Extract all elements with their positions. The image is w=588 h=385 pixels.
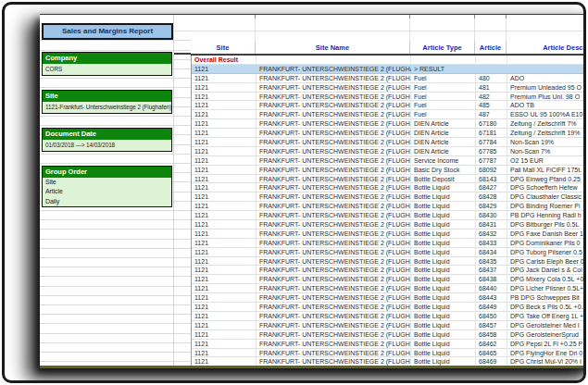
table-row[interactable]: 1121FRANKFURT- UNTERSCHWEINSTIEGE 2 (FLU… bbox=[192, 119, 586, 129]
table-row[interactable]: 1121FRANKFURT- UNTERSCHWEINSTIEGE 2 (FLU… bbox=[192, 101, 586, 110]
cell-article-type: Bottle Liquid bbox=[411, 284, 476, 293]
table-row[interactable]: 1121FRANKFURT- UNTERSCHWEINSTIEGE 2 (FLU… bbox=[192, 340, 586, 349]
cell-article-description: DPG Einweg Pfand 0.25 bbox=[507, 175, 586, 184]
group-order-value-article[interactable]: Article bbox=[43, 187, 171, 196]
cell-site-name: FRANKFURT- UNTERSCHWEINSTIEGE 2 (FLUGHAF… bbox=[256, 93, 411, 102]
cell-site: 1121 bbox=[192, 340, 256, 349]
cell-site-name: FRANKFURT- UNTERSCHWEINSTIEGE 2 (FLUGHAF… bbox=[256, 74, 411, 83]
cell-article: 68465 bbox=[476, 349, 507, 358]
table-row[interactable]: 1121FRANKFURT- UNTERSCHWEINSTIEGE 2 (FLU… bbox=[192, 93, 586, 102]
table-row[interactable]: 1121FRANKFURT- UNTERSCHWEINSTIEGE 2 (FLU… bbox=[192, 284, 586, 293]
cell-article-description: Non-Scan 7% bbox=[507, 147, 586, 156]
table-row[interactable]: 1121FRANKFURT- UNTERSCHWEINSTIEGE 2 (FLU… bbox=[192, 138, 586, 147]
cell-article-type: Bottle Liquid bbox=[411, 303, 476, 312]
table-row[interactable]: 1121FRANKFURT- UNTERSCHWEINSTIEGE 2 (FLU… bbox=[192, 321, 586, 330]
cell-article-type: Bottle Liquid bbox=[411, 239, 476, 248]
table-row[interactable]: 1121FRANKFURT- UNTERSCHWEINSTIEGE 2 (FLU… bbox=[192, 74, 586, 83]
cell-site: 1121 bbox=[192, 275, 256, 284]
table-row[interactable]: 1121FRANKFURT- UNTERSCHWEINSTIEGE 2 (FLU… bbox=[192, 303, 586, 312]
company-value[interactable]: CORS bbox=[43, 64, 171, 75]
cell-site-name: FRANKFURT- UNTERSCHWEINSTIEGE 2 (FLUGHAF… bbox=[256, 257, 411, 267]
table-row[interactable]: 1121FRANKFURT- UNTERSCHWEINSTIEGE 2 (FLU… bbox=[192, 266, 586, 275]
cell-site-name: FRANKFURT- UNTERSCHWEINSTIEGE 2 (FLUGHAF… bbox=[256, 166, 411, 175]
table-row[interactable]: 1121FRANKFURT- UNTERSCHWEINSTIEGE 2 (FLU… bbox=[192, 166, 586, 175]
site-value[interactable]: 1121-Frankfurt- Unterschweinstiege 2 (Fl… bbox=[43, 102, 171, 113]
column-header-site[interactable]: Site bbox=[191, 42, 256, 54]
cell-article: 68458 bbox=[476, 330, 507, 340]
table-row[interactable]: 1121FRANKFURT- UNTERSCHWEINSTIEGE 2 (FLU… bbox=[192, 110, 586, 119]
cell-site-name: FRANKFURT- UNTERSCHWEINSTIEGE 2 (FLUGHAF… bbox=[256, 110, 411, 119]
company-label: Company bbox=[43, 53, 171, 64]
group-order-value-site[interactable]: Site bbox=[43, 178, 171, 187]
cell-article-type: Fuel bbox=[411, 101, 476, 110]
cell-article-description: ESSO UL 95 100%A E10 I bbox=[507, 110, 586, 119]
cell-article-type: DIEN Article bbox=[411, 119, 476, 129]
cell-article: 68438 bbox=[476, 275, 507, 284]
table-row[interactable]: 1121FRANKFURT- UNTERSCHWEINSTIEGE 2 (FLU… bbox=[192, 192, 586, 202]
table-row[interactable]: 1121FRANKFURT- UNTERSCHWEINSTIEGE 2 (FLU… bbox=[192, 330, 586, 340]
overall-row[interactable]: Overall Result bbox=[192, 56, 586, 65]
cell-site-name: FRANKFURT- UNTERSCHWEINSTIEGE 2 (FLUGHAF… bbox=[256, 119, 411, 129]
cell-article-type: Bottle Liquid bbox=[411, 202, 476, 211]
spreadsheet-window: Sales and Margins Report Company CORS Si… bbox=[40, 14, 586, 368]
table-row[interactable]: 1121FRANKFURT- UNTERSCHWEINSTIEGE 2 (FLU… bbox=[192, 129, 586, 138]
cell-site: 1121 bbox=[192, 284, 256, 293]
table-row[interactable]: 1121FRANKFURT- UNTERSCHWEINSTIEGE 2 (FLU… bbox=[192, 220, 586, 230]
table-row[interactable]: 1121FRANKFURT- UNTERSCHWEINSTIEGE 2 (FLU… bbox=[192, 257, 586, 267]
cell-article-type: Bottle Liquid bbox=[411, 248, 476, 257]
table-row[interactable]: 1121FRANKFURT- UNTERSCHWEINSTIEGE 2 (FLU… bbox=[192, 211, 586, 220]
column-header-article-type[interactable]: Article Type bbox=[410, 42, 475, 54]
table-row[interactable]: 1121FRANKFURT- UNTERSCHWEINSTIEGE 2 (FLU… bbox=[192, 349, 586, 358]
cell-site: 1121 bbox=[192, 119, 256, 129]
table-row[interactable]: 1121FRANKFURT- UNTERSCHWEINSTIEGE 2 (FLU… bbox=[192, 83, 586, 93]
table-row[interactable]: 1121FRANKFURT- UNTERSCHWEINSTIEGE 2 (FLU… bbox=[192, 293, 586, 303]
column-header-article[interactable]: Article bbox=[475, 42, 507, 54]
group-order-value-daily[interactable]: Daily bbox=[43, 197, 171, 206]
cell-article-type: Bottle Liquid bbox=[411, 349, 476, 358]
table-row[interactable]: 1121FRANKFURT- UNTERSCHWEINSTIEGE 2 (FLU… bbox=[192, 175, 586, 184]
result-row[interactable]: 1121FRANKFURT- UNTERSCHWEINSTIEGE 2 (FLU… bbox=[192, 65, 586, 74]
table-row[interactable]: 1121FRANKFURT- UNTERSCHWEINSTIEGE 2 (FLU… bbox=[192, 202, 586, 211]
cell-article: 68435 bbox=[476, 257, 507, 267]
cell-article-description: DPG Faxe Danish Beer 1 bbox=[507, 230, 586, 239]
cell-article-description: DPG Schoefferh Hefew bbox=[507, 183, 586, 192]
table-row[interactable]: 1121FRANKFURT- UNTERSCHWEINSTIEGE 2 (FLU… bbox=[192, 239, 586, 248]
cell-article-description: DPG Beck s Pils 0.5L +0.2 bbox=[507, 303, 586, 312]
cell-article: 68450 bbox=[476, 312, 507, 321]
table-row[interactable]: 1121FRANKFURT- UNTERSCHWEINSTIEGE 2 (FLU… bbox=[192, 275, 586, 284]
cell-site: 1121 bbox=[192, 166, 256, 175]
group-order-filter-box: Group Order Site Article Daily bbox=[42, 166, 172, 207]
window-bottom-edge bbox=[40, 366, 586, 368]
cell-article-description: O2 15 EUR bbox=[507, 156, 586, 166]
cell-site: 1121 bbox=[192, 293, 256, 303]
cell-site: 1121 bbox=[192, 101, 256, 110]
column-header-article-description[interactable]: Article Description bbox=[507, 42, 586, 54]
table-row[interactable]: 1121FRANKFURT- UNTERSCHWEINSTIEGE 2 (FLU… bbox=[192, 230, 586, 239]
cell-site-name: FRANKFURT- UNTERSCHWEINSTIEGE 2 (FLUGHAF… bbox=[256, 330, 411, 340]
cell-site: 1121 bbox=[192, 239, 256, 248]
cell-article: 485 bbox=[476, 101, 507, 110]
cell-article-type: Bottle Liquid bbox=[411, 211, 476, 220]
cell-site: 1121 bbox=[192, 110, 256, 119]
cell-site: 1121 bbox=[192, 312, 256, 321]
table-row[interactable]: 1121FRANKFURT- UNTERSCHWEINSTIEGE 2 (FLU… bbox=[192, 183, 586, 192]
table-row[interactable]: 1121FRANKFURT- UNTERSCHWEINSTIEGE 2 (FLU… bbox=[192, 156, 586, 166]
cell-site-name: FRANKFURT- UNTERSCHWEINSTIEGE 2 (FLUGHAF… bbox=[256, 239, 411, 248]
outer-frame: Sales and Margins Report Company CORS Si… bbox=[2, 2, 586, 383]
document-date-value[interactable]: 01/03/2018 ---> 14/03/2018 bbox=[43, 140, 171, 151]
cell-article-description: DPG Pepsi 2L Fl +0.25 P bbox=[507, 340, 586, 349]
table-row[interactable]: 1121FRANKFURT- UNTERSCHWEINSTIEGE 2 (FLU… bbox=[192, 248, 586, 257]
cell-article-description: DPG GerolsteinerSprud bbox=[507, 330, 586, 340]
cell-site: 1121 bbox=[192, 65, 256, 74]
table-row[interactable]: 1121FRANKFURT- UNTERSCHWEINSTIEGE 2 (FLU… bbox=[192, 312, 586, 321]
cell-article-type: DIEN Article bbox=[411, 129, 476, 138]
cell-article-type: DIEN Article bbox=[411, 147, 476, 156]
cell-site: 1121 bbox=[192, 74, 256, 83]
cell-site-name: FRANKFURT- UNTERSCHWEINSTIEGE 2 (FLUGHAF… bbox=[256, 349, 411, 358]
cell-site: 1121 bbox=[192, 192, 256, 202]
cell-article-type: Bottle Deposit bbox=[411, 175, 476, 184]
cell-article bbox=[476, 65, 507, 74]
cell-article-description: DPG Take Off Energ 1L + bbox=[507, 312, 586, 321]
column-header-site-name[interactable]: Site Name bbox=[256, 42, 410, 54]
table-row[interactable]: 1121FRANKFURT- UNTERSCHWEINSTIEGE 2 (FLU… bbox=[192, 147, 586, 156]
